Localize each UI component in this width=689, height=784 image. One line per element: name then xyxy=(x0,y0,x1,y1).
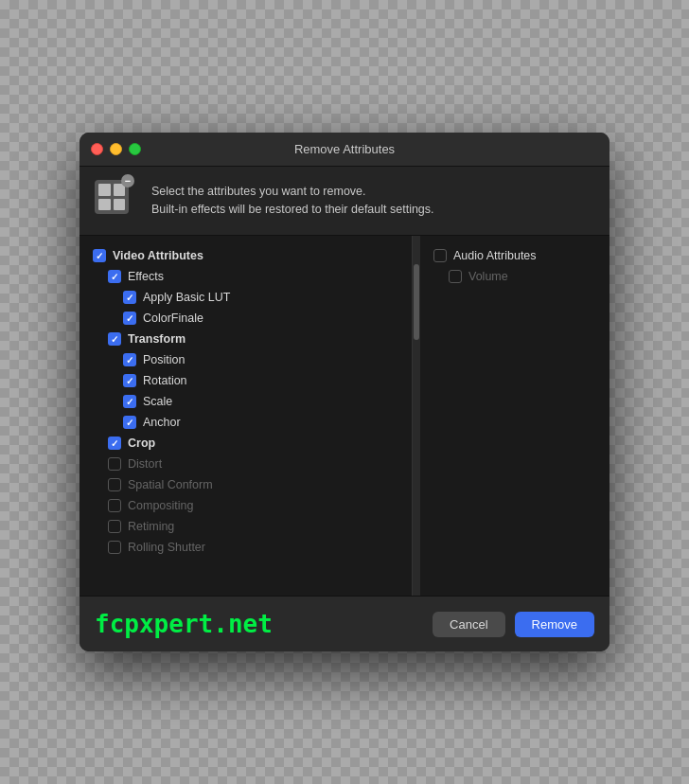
label-retiming: Retiming xyxy=(128,520,174,533)
checkbox-anchor[interactable]: Anchor xyxy=(80,412,412,433)
titlebar: Remove Attributes xyxy=(80,133,610,167)
checkbox-retiming[interactable]: Retiming xyxy=(80,516,412,537)
checkbox-rotation[interactable]: Rotation xyxy=(80,370,412,391)
content-area: Video Attributes Effects Apply Basic LUT… xyxy=(80,236,610,596)
checkbox-audio-attributes[interactable]: Audio Attributes xyxy=(420,245,610,266)
maximize-button[interactable] xyxy=(129,143,141,155)
label-effects: Effects xyxy=(128,270,164,283)
cancel-button[interactable]: Cancel xyxy=(433,612,504,637)
checkbox-video-attributes[interactable]: Video Attributes xyxy=(80,245,412,266)
list-icon: − xyxy=(95,180,136,222)
check-apply-basic-lut[interactable] xyxy=(123,291,136,304)
check-video-attributes[interactable] xyxy=(93,249,106,262)
close-button[interactable] xyxy=(91,143,103,155)
label-transform: Transform xyxy=(128,332,186,346)
checkbox-compositing[interactable]: Compositing xyxy=(80,495,412,516)
remove-button[interactable]: Remove xyxy=(515,612,594,637)
scrollbar-thumb[interactable] xyxy=(414,264,419,340)
info-text: Select the attributes you want to remove… xyxy=(151,183,434,220)
check-volume[interactable] xyxy=(449,270,462,283)
check-spatial-conform[interactable] xyxy=(108,478,121,491)
info-bar: − Select the attributes you want to remo… xyxy=(80,167,610,236)
label-apply-basic-lut: Apply Basic LUT xyxy=(143,291,230,304)
label-colorfinale: ColorFinale xyxy=(143,312,203,325)
label-distort: Distort xyxy=(128,457,162,471)
checkbox-scale[interactable]: Scale xyxy=(80,391,412,412)
traffic-lights xyxy=(91,143,141,155)
label-spatial-conform: Spatial Conform xyxy=(128,478,213,491)
checkbox-position[interactable]: Position xyxy=(80,349,412,370)
label-volume: Volume xyxy=(468,270,508,283)
label-compositing: Compositing xyxy=(128,499,193,512)
check-compositing[interactable] xyxy=(108,499,121,512)
button-group: Cancel Remove xyxy=(433,612,594,637)
minus-badge-icon: − xyxy=(121,174,134,187)
check-effects[interactable] xyxy=(108,270,121,283)
checkbox-distort[interactable]: Distort xyxy=(80,454,412,474)
label-rolling-shutter: Rolling Shutter xyxy=(128,541,205,554)
check-crop[interactable] xyxy=(108,437,121,450)
label-crop: Crop xyxy=(128,437,155,450)
check-rotation[interactable] xyxy=(123,374,136,387)
check-rolling-shutter[interactable] xyxy=(108,541,121,554)
check-colorfinale[interactable] xyxy=(123,312,136,325)
remove-attributes-dialog: Remove Attributes − Select the attribute… xyxy=(80,133,610,651)
checkbox-spatial-conform[interactable]: Spatial Conform xyxy=(80,474,412,495)
label-video-attributes: Video Attributes xyxy=(113,249,203,262)
label-audio-attributes: Audio Attributes xyxy=(453,249,537,262)
checkbox-effects[interactable]: Effects xyxy=(80,266,412,287)
scrollbar[interactable] xyxy=(413,236,420,596)
check-transform[interactable] xyxy=(108,332,121,346)
label-scale: Scale xyxy=(143,395,172,408)
check-scale[interactable] xyxy=(123,395,136,408)
label-position: Position xyxy=(143,353,185,366)
footer: fcpxpert.net Cancel Remove xyxy=(80,596,610,651)
checkbox-apply-basic-lut[interactable]: Apply Basic LUT xyxy=(80,287,412,308)
check-anchor[interactable] xyxy=(123,416,136,429)
checkbox-volume[interactable]: Volume xyxy=(420,266,610,287)
check-distort[interactable] xyxy=(108,457,121,471)
minimize-button[interactable] xyxy=(110,143,122,155)
label-anchor: Anchor xyxy=(143,416,181,429)
checkbox-transform[interactable]: Transform xyxy=(80,329,412,349)
check-position[interactable] xyxy=(123,353,136,366)
watermark-text: fcpxpert.net xyxy=(95,610,273,638)
checkbox-colorfinale[interactable]: ColorFinale xyxy=(80,308,412,329)
right-panel: Audio Attributes Volume xyxy=(420,236,610,596)
label-rotation: Rotation xyxy=(143,374,187,387)
check-retiming[interactable] xyxy=(108,520,121,533)
checkbox-rolling-shutter[interactable]: Rolling Shutter xyxy=(80,537,412,558)
window-title: Remove Attributes xyxy=(294,142,395,156)
check-audio-attributes[interactable] xyxy=(433,249,447,262)
left-panel: Video Attributes Effects Apply Basic LUT… xyxy=(80,236,413,596)
checkbox-crop[interactable]: Crop xyxy=(80,433,412,454)
